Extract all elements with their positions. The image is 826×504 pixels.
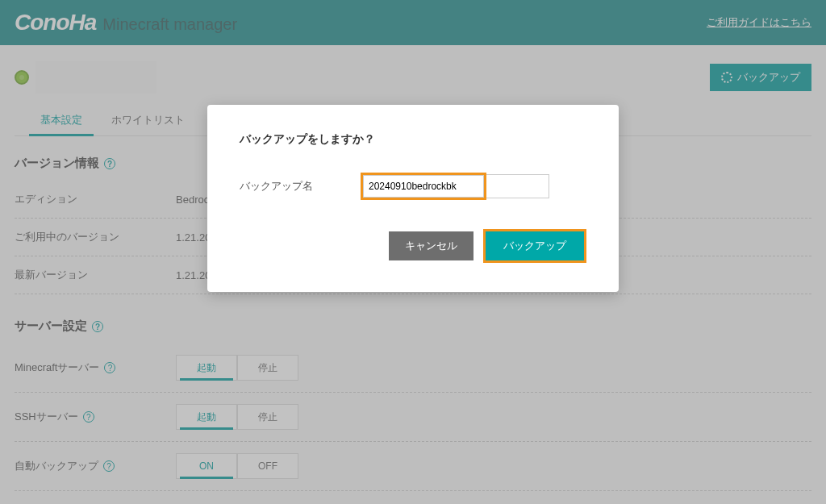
modal-field-row: バックアップ名: [240, 173, 586, 200]
backup-name-label: バックアップ名: [240, 179, 361, 194]
backup-name-input[interactable]: [363, 175, 484, 198]
modal-overlay[interactable]: バックアップをしますか？ バックアップ名 キャンセル バックアップ: [0, 0, 826, 504]
backup-name-input-wrap: [361, 173, 549, 200]
modal-title: バックアップをしますか？: [240, 132, 586, 147]
confirm-backup-button[interactable]: バックアップ: [486, 231, 584, 260]
modal-button-row: キャンセル バックアップ: [240, 229, 586, 263]
cancel-button[interactable]: キャンセル: [389, 231, 473, 260]
confirm-button-highlight: バックアップ: [483, 229, 586, 263]
input-highlight-box: [361, 173, 486, 200]
backup-name-input-extension[interactable]: [486, 174, 549, 198]
backup-confirm-modal: バックアップをしますか？ バックアップ名 キャンセル バックアップ: [207, 105, 619, 292]
